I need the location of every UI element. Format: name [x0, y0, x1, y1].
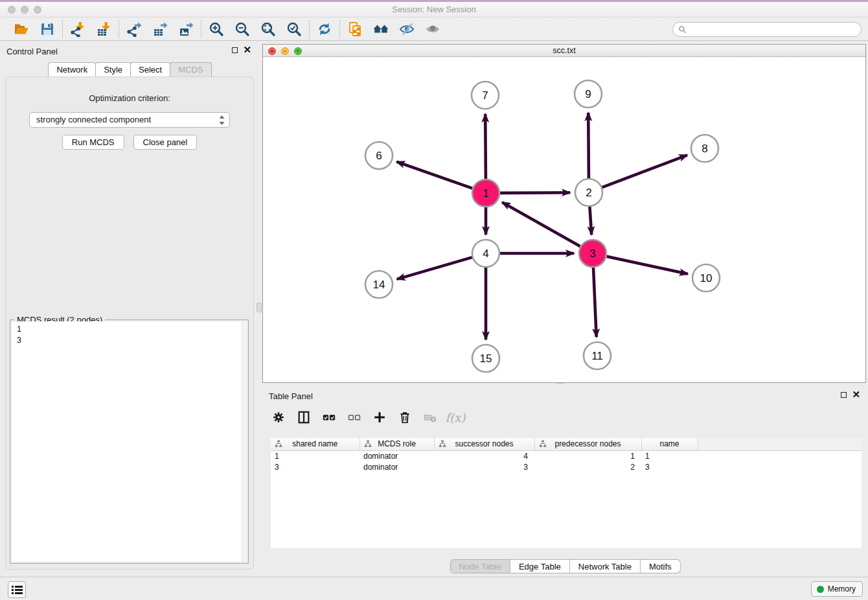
tab-select[interactable]: Select	[130, 62, 170, 76]
deselect-all-icon[interactable]	[347, 410, 362, 425]
graph-node-1[interactable]: 1	[472, 179, 499, 207]
graph-node-9[interactable]: 9	[575, 80, 602, 108]
graph-edge-2-3[interactable]	[589, 207, 591, 235]
graph-edge-1-6[interactable]	[396, 162, 472, 189]
select-stepper-icon	[218, 115, 225, 126]
graph-edge-1-7[interactable]	[485, 114, 486, 179]
main-toolbar	[0, 17, 868, 41]
graph-node-8[interactable]: 8	[691, 135, 718, 162]
graph-node-11[interactable]: 11	[584, 342, 611, 369]
open-session-icon[interactable]	[13, 21, 30, 38]
graph-node-label: 3	[589, 248, 595, 260]
graph-node-label: 11	[591, 350, 603, 362]
criterion-select[interactable]: strongly connected component	[29, 112, 230, 128]
float-panel-icon[interactable]	[232, 47, 238, 53]
graph-edge-2-9[interactable]	[588, 113, 589, 178]
table-settings-icon[interactable]	[271, 410, 286, 425]
node-table[interactable]: shared nameMCDS rolesuccessor nodesprede…	[271, 438, 862, 548]
graph-edge-3-10[interactable]	[607, 257, 688, 274]
column-header-MCDS-role[interactable]: MCDS role	[360, 438, 434, 450]
export-table-icon[interactable]	[152, 21, 168, 38]
refresh-layout-icon[interactable]	[316, 21, 333, 38]
table-close-icon[interactable]: ✕	[852, 391, 860, 398]
search-input[interactable]	[687, 24, 861, 36]
table-cell[interactable]: 3	[434, 461, 534, 472]
table-row[interactable]: 1dominator411	[271, 450, 862, 461]
export-network-icon[interactable]	[126, 21, 143, 38]
graph-node-14[interactable]: 14	[365, 271, 393, 298]
column-layout-icon[interactable]	[296, 410, 312, 425]
network-canvas[interactable]: 7968124314101511	[263, 57, 865, 382]
zoom-selected-icon[interactable]	[286, 21, 303, 38]
graph-node-10[interactable]: 10	[692, 264, 720, 292]
function-builder-icon: f(x)	[448, 410, 463, 425]
memory-label: Memory	[828, 584, 856, 594]
graph-node-7[interactable]: 7	[472, 82, 499, 109]
graph-node-4[interactable]: 4	[472, 240, 499, 267]
table-cell[interactable]: 2	[534, 461, 641, 472]
graph-node-6[interactable]: 6	[365, 142, 393, 169]
select-all-icon[interactable]	[321, 410, 337, 425]
tab-node-table[interactable]: Node Table	[450, 559, 510, 573]
graph-edge-1-2[interactable]	[500, 192, 570, 193]
graph-edge-3-11[interactable]	[593, 268, 597, 337]
graph-edge-4-14[interactable]	[397, 257, 472, 279]
close-panel-icon[interactable]: ✕	[243, 47, 251, 53]
zoom-in-icon[interactable]	[208, 21, 225, 38]
add-row-icon[interactable]	[372, 410, 387, 425]
graph-edge-2-8[interactable]	[602, 155, 687, 187]
table-cell[interactable]: dominator	[360, 461, 434, 472]
tab-style[interactable]: Style	[95, 62, 131, 76]
import-table-icon[interactable]	[95, 21, 112, 38]
zoom-fit-icon[interactable]	[260, 21, 277, 38]
tab-mcds[interactable]: MCDS	[170, 62, 211, 76]
control-panel-tabs: Network Style Select MCDS	[0, 62, 259, 76]
tab-motifs[interactable]: Motifs	[641, 559, 681, 573]
result-scrollbar[interactable]	[242, 321, 247, 562]
clone-network-icon[interactable]	[347, 21, 363, 38]
zoom-out-icon[interactable]	[234, 21, 251, 38]
graph-node-15[interactable]: 15	[472, 345, 499, 372]
table-cell[interactable]: 3	[641, 461, 698, 472]
home-layout-icon[interactable]	[372, 21, 389, 38]
task-manager-button[interactable]	[8, 581, 26, 598]
table-toolbar: f(x)	[271, 405, 463, 430]
graph-node-label: 14	[373, 279, 385, 291]
tab-network[interactable]: Network	[48, 62, 96, 76]
table-cell[interactable]: 4	[434, 450, 534, 461]
run-mcds-button[interactable]: Run MCDS	[62, 135, 124, 150]
column-header-successor-nodes[interactable]: successor nodes	[434, 438, 534, 450]
network-window-titlebar[interactable]: × − + scc.txt	[263, 45, 865, 57]
column-header-shared-name[interactable]: shared name	[271, 438, 360, 450]
hide-graphics-details-icon[interactable]	[398, 21, 415, 38]
network-window: × − + scc.txt 7968124314101511	[262, 44, 866, 383]
table-cell[interactable]: 1	[641, 450, 698, 461]
memory-button[interactable]: Memory	[811, 581, 863, 597]
delete-row-icon[interactable]	[397, 410, 413, 425]
save-session-icon[interactable]	[39, 21, 56, 38]
control-panel-header: Control Panel ✕	[0, 41, 259, 62]
table-cell[interactable]: 1	[534, 450, 641, 461]
graph-node-label: 4	[483, 248, 488, 260]
tab-edge-table[interactable]: Edge Table	[510, 559, 570, 573]
split-divider-grip[interactable]	[257, 303, 262, 312]
table-cell[interactable]: 1	[271, 450, 360, 461]
mcds-result-box: MCDS result (2 nodes) 1 3	[10, 319, 249, 564]
column-header-predecessor-nodes[interactable]: predecessor nodes	[534, 438, 641, 450]
table-cell[interactable]: dominator	[360, 450, 434, 461]
graph-node-3[interactable]: 3	[579, 240, 606, 267]
graph-node-2[interactable]: 2	[575, 179, 602, 206]
import-network-icon[interactable]	[69, 21, 86, 38]
table-cell[interactable]: 3	[271, 461, 360, 472]
column-header-name[interactable]: name	[641, 438, 698, 450]
search-box[interactable]	[672, 22, 862, 37]
mcds-result-text[interactable]: 1 3	[12, 321, 247, 562]
table-row[interactable]: 3dominator323	[271, 461, 862, 472]
table-panel-header: Table Panel ✕	[262, 387, 868, 404]
graph-edge-3-1[interactable]	[502, 202, 580, 246]
table-float-icon[interactable]	[841, 392, 847, 398]
show-graphics-details-icon	[424, 21, 441, 38]
close-panel-button[interactable]: Close panel	[133, 135, 198, 150]
export-image-icon[interactable]	[177, 21, 194, 38]
tab-network-table[interactable]: Network Table	[570, 559, 641, 573]
